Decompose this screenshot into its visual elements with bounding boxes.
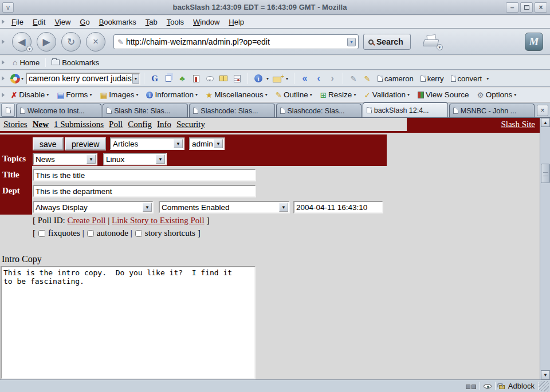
toolbar-grippy[interactable] (2, 19, 5, 24)
copy-pages-icon[interactable] (163, 75, 174, 82)
maximize-button[interactable] (520, 2, 533, 13)
component-status-button[interactable] (480, 380, 495, 392)
link-existing-poll-link[interactable]: Link Story to Existing Poll (112, 216, 205, 225)
display-select[interactable]: Always Display ▼ (33, 201, 154, 213)
menu-edit[interactable]: Edit (28, 16, 50, 28)
new-tab-button[interactable] (1, 104, 15, 117)
forward-button[interactable]: ▶ (37, 32, 56, 52)
pagerank-icon[interactable] (191, 75, 201, 82)
caret-down-icon[interactable]: ▾ (286, 76, 288, 81)
slash-site-link[interactable]: Slash Site (501, 120, 535, 129)
title-input[interactable] (33, 169, 256, 181)
highlighter-icon[interactable]: ✎ (362, 74, 372, 83)
toolbar-grippy[interactable] (2, 39, 5, 44)
save-button[interactable]: save (33, 137, 64, 151)
preview-button[interactable]: preview (65, 137, 106, 151)
pen-icon[interactable]: ✎ (348, 74, 359, 83)
term-button-kerry[interactable]: kerry (421, 74, 444, 83)
offline-status-button[interactable] (462, 380, 480, 392)
menu-view[interactable]: View (50, 16, 75, 28)
autonode-checkbox[interactable] (87, 230, 94, 237)
tab-slashcode-1[interactable]: Slashcode: Slas... (189, 104, 274, 117)
back-button[interactable]: ◀ ▾ (12, 32, 32, 52)
close-button[interactable]: × (535, 2, 547, 13)
author-select[interactable]: admin ▼ (189, 137, 225, 150)
url-input[interactable] (126, 37, 347, 46)
topic2-select[interactable]: Linux ▼ (103, 153, 167, 165)
tab-welcome[interactable]: Welcome to Inst... (16, 104, 101, 117)
toolbar-grippy[interactable] (2, 60, 5, 65)
folder-wand-icon[interactable]: + (273, 75, 283, 82)
webdev-disable[interactable]: ✗ Disable ▾ (7, 90, 53, 100)
tab-msnbc[interactable]: MSNBC - John ... (449, 104, 535, 117)
google-logo-icon[interactable] (10, 74, 20, 84)
google-search-dropdown[interactable]: ▾ (132, 74, 139, 84)
scrollbar-thumb[interactable] (541, 164, 550, 183)
menu-go[interactable]: Go (75, 16, 94, 28)
create-poll-link[interactable]: Create Poll (67, 216, 105, 225)
scroll-up-button[interactable]: ▲ (541, 118, 550, 127)
print-button[interactable]: ▾ (422, 34, 442, 49)
webdev-resize[interactable]: ⊞ Resize ▾ (316, 90, 360, 100)
comments-bubble-icon[interactable] (205, 76, 215, 81)
webdev-view-source[interactable]: View Source (414, 90, 473, 99)
webdev-images[interactable]: ▦ Images ▾ (96, 90, 142, 100)
caret-down-icon[interactable]: ▾ (21, 76, 23, 81)
intro-copy-textarea[interactable]: This is the intro copy. Do you like it? … (1, 266, 256, 379)
tab-slashcode-2[interactable]: Slashcode: Slas... (276, 104, 362, 117)
minimize-button[interactable]: – (506, 2, 518, 13)
webdev-miscellaneous[interactable]: ★ Miscellaneous ▾ (202, 90, 272, 100)
home-button[interactable]: ⌂ Home (7, 56, 45, 69)
adblock-status-button[interactable]: Adblock (496, 380, 538, 392)
search-button[interactable]: Search (363, 34, 411, 50)
scroll-down-button[interactable]: ▼ (541, 370, 550, 379)
print-dropdown[interactable]: ▾ (437, 44, 443, 50)
close-tab-button[interactable]: × (537, 105, 548, 116)
toolbar-grippy[interactable] (2, 93, 5, 97)
menu-tools[interactable]: Tools (162, 16, 188, 28)
webdev-information[interactable]: i Information ▾ (142, 90, 202, 99)
menu-window[interactable]: Window (188, 16, 224, 28)
fixquotes-checkbox[interactable] (38, 230, 45, 237)
url-dropdown-button[interactable]: ▾ (347, 38, 356, 46)
nav-submissions[interactable]: 1 Submissions (54, 120, 104, 129)
menu-bookmarks[interactable]: Bookmarks (95, 16, 141, 28)
nav-poll[interactable]: Poll (109, 120, 123, 129)
date-input[interactable] (293, 201, 383, 213)
directory-book-icon[interactable] (218, 76, 229, 81)
nav-stories[interactable]: Stories (3, 120, 28, 129)
webdev-outline[interactable]: ✎ Outline ▾ (272, 90, 316, 100)
webdev-validation[interactable]: ✓ Validation ▾ (360, 90, 414, 100)
menu-help[interactable]: Help (224, 16, 249, 28)
nav-info[interactable]: Info (157, 120, 171, 129)
toolbar-grippy[interactable] (2, 76, 5, 81)
back-dropdown[interactable]: ▾ (26, 46, 33, 52)
next-hit-button[interactable]: › (327, 73, 337, 84)
google-search-input[interactable] (27, 74, 132, 83)
term-button-cameron[interactable]: cameron (378, 74, 414, 83)
bookmarks-button[interactable]: Bookmarks (46, 56, 105, 69)
menu-file[interactable]: File (7, 16, 28, 28)
topic1-select[interactable]: News ▼ (33, 153, 97, 165)
rewind-button[interactable]: « (300, 73, 310, 84)
menu-tab[interactable]: Tab (141, 16, 162, 28)
vertical-scrollbar[interactable]: ▲ ▼ (540, 118, 550, 379)
story-shortcuts-checkbox[interactable] (135, 230, 142, 237)
caret-down-icon[interactable]: ▾ (266, 76, 269, 81)
stop-button[interactable]: × (86, 32, 105, 52)
news-icon[interactable] (232, 75, 242, 82)
tab-slash-site[interactable]: Slash Site: Slas... (103, 104, 188, 117)
nav-security[interactable]: Security (176, 120, 205, 129)
mozilla-throbber-icon[interactable]: M (525, 33, 543, 51)
nav-config[interactable]: Config (128, 120, 152, 129)
page-info-icon[interactable]: i (253, 74, 264, 82)
previous-hit-button[interactable]: ‹ (313, 73, 324, 84)
webdev-options[interactable]: ⚙ Options ▾ (473, 90, 521, 100)
nav-new[interactable]: New (33, 120, 49, 129)
window-resize-grip[interactable] (539, 381, 549, 391)
comments-select[interactable]: Comments Enabled ▼ (159, 201, 290, 213)
google-search-site-icon[interactable]: G (150, 74, 160, 84)
overflow-caret-icon[interactable]: ▾ (486, 76, 489, 81)
webdev-forms[interactable]: ▤ Forms ▾ (53, 90, 96, 100)
lucky-clover-icon[interactable]: ♣ (177, 74, 187, 83)
